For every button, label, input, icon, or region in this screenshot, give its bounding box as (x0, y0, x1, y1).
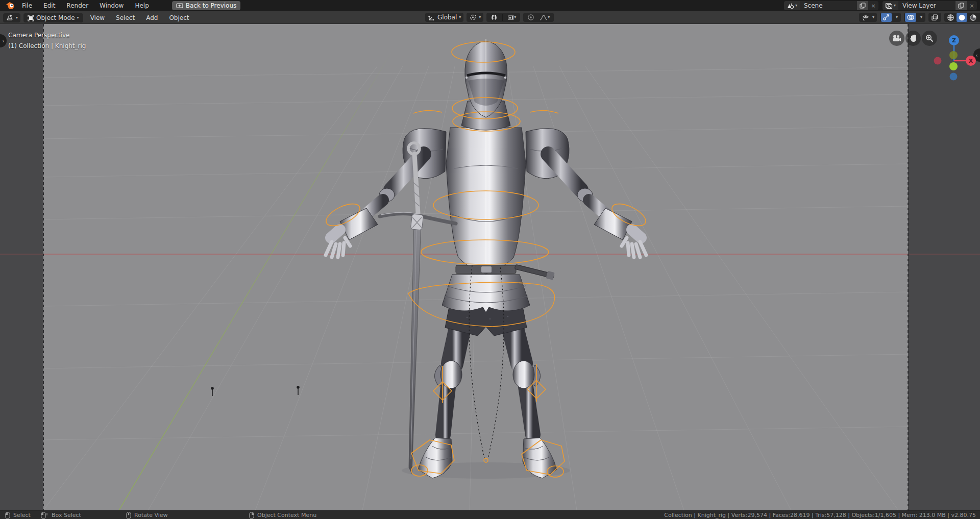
viewport-info-active-object: (1) Collection | Knight_rig (8, 42, 86, 50)
xray-toggle[interactable] (928, 13, 941, 22)
blender-logo (6, 2, 15, 10)
scene-name[interactable]: Scene (800, 2, 857, 9)
scene-viewlayer-selectors: ▾ Scene × (784, 1, 977, 10)
menu-add[interactable]: Add (142, 13, 162, 23)
shading-solid-button[interactable] (957, 13, 967, 22)
scene-browse-button[interactable]: ▾ (784, 1, 800, 10)
gizmo-z-label: Z (952, 37, 956, 44)
chevron-down-icon: ▾ (459, 15, 461, 19)
mouse-middle-icon (126, 512, 131, 519)
shading-group: ▾ (944, 13, 980, 22)
pivot-point-selector[interactable]: ▾ (467, 13, 483, 22)
menu-view[interactable]: View (86, 13, 109, 23)
proportional-edit-toggle[interactable] (526, 13, 536, 22)
editor-type-icon (6, 14, 14, 21)
snap-target-icon (507, 14, 514, 21)
gizmo-neg-y-ball[interactable] (949, 62, 958, 70)
topbar: File Edit Render Window Help Back to Pre… (0, 0, 980, 11)
hint-rotate-view-label: Rotate View (134, 512, 168, 518)
gizmo-neg-z-ball[interactable] (950, 73, 958, 81)
mouse-left-drag-icon (41, 512, 48, 519)
unlink-scene-button[interactable]: × (868, 1, 878, 10)
orientation-global-icon (428, 14, 435, 21)
visibility-eye-icon (862, 14, 870, 21)
menu-render[interactable]: Render (61, 0, 94, 11)
falloff-curve-icon (540, 14, 548, 21)
hint-object-context-menu: Object Context Menu (249, 511, 316, 519)
hint-select-label: Select (13, 512, 31, 518)
new-scene-button[interactable] (857, 1, 868, 10)
falloff-selector[interactable]: ▾ (538, 13, 551, 22)
viewport-3d[interactable]: Camera Perspective (1) Collection | Knig… (0, 24, 980, 510)
gizmo-group: ▾ (880, 13, 901, 22)
menu-window[interactable]: Window (94, 0, 129, 11)
menu-select[interactable]: Select (112, 13, 139, 23)
menu-help[interactable]: Help (129, 0, 154, 11)
remove-view-layer-button[interactable]: × (967, 1, 977, 10)
snap-magnet-icon (491, 14, 498, 21)
chevron-down-icon: ▾ (479, 15, 481, 19)
statusbar: Select Box Select Rotate View Object Con… (0, 510, 980, 519)
snap-target-selector[interactable]: ▾ (506, 13, 518, 22)
viewport-header-right: ▾ ▾ ▾ (859, 13, 980, 22)
hint-box-select: Box Select (41, 511, 81, 519)
overlays-toggle[interactable] (905, 13, 916, 22)
divider (502, 14, 503, 21)
hint-rotate-view: Rotate View (126, 511, 168, 519)
editor-type-button[interactable]: ▾ (3, 13, 20, 22)
viewport-canvas[interactable] (0, 24, 980, 510)
snap-toggle-button[interactable] (489, 13, 499, 22)
chevron-down-icon[interactable]: ▾ (918, 15, 924, 19)
pan-view-button[interactable] (905, 31, 921, 46)
transform-orientation-selector[interactable]: Global ▾ (425, 13, 463, 22)
chevron-down-icon: ▾ (77, 16, 79, 20)
shading-material-icon (969, 14, 977, 21)
viewport-header-center: Global ▾ ▾ (425, 13, 554, 22)
gizmo-x-label: X (969, 58, 973, 64)
zoom-icon (925, 34, 934, 42)
gizmos-toggle[interactable] (881, 13, 892, 22)
axis-navigation-gizmo[interactable]: Z X (933, 32, 977, 89)
mode-selector[interactable]: Object Mode ▾ (23, 13, 83, 22)
gizmo-toggle-icon (883, 14, 890, 21)
back-to-previous-button[interactable]: Back to Previous (172, 1, 241, 10)
camera-view-button[interactable] (889, 31, 904, 46)
scene-icon (787, 3, 794, 9)
back-to-previous-label: Back to Previous (186, 2, 237, 9)
xray-toggle-icon (931, 14, 939, 21)
menu-object[interactable]: Object (165, 13, 193, 23)
gizmo-y-ball[interactable] (949, 51, 958, 59)
gizmo-neg-x-ball[interactable] (934, 57, 942, 65)
orientation-label: Global (437, 14, 457, 21)
blender-logo-icon[interactable] (4, 1, 16, 10)
shading-material-button[interactable] (968, 13, 978, 22)
viewport-header: ▾ Object Mode ▾ View Select Add Object (0, 11, 980, 24)
copy-new-icon (860, 3, 866, 9)
scene-selector: ▾ Scene × (784, 1, 878, 10)
new-view-layer-button[interactable] (955, 1, 967, 10)
shading-wireframe-icon (947, 14, 954, 21)
pan-hand-icon (910, 34, 917, 42)
copy-new-icon (958, 3, 964, 9)
chevron-down-icon[interactable]: ▾ (894, 15, 900, 19)
blender-window: File Edit Render Window Help Back to Pre… (0, 0, 980, 519)
chevron-down-icon: ▾ (16, 16, 18, 20)
menu-edit[interactable]: Edit (38, 0, 61, 11)
shading-wireframe-button[interactable] (945, 13, 956, 22)
shading-solid-icon (958, 14, 966, 21)
menu-file[interactable]: File (16, 0, 38, 11)
mode-label: Object Mode (36, 14, 75, 21)
hint-object-context-menu-label: Object Context Menu (257, 512, 316, 518)
hint-select: Select (5, 511, 31, 519)
visibility-group[interactable]: ▾ (859, 13, 877, 22)
belt-buckle (481, 266, 492, 273)
chevron-down-icon: ▾ (894, 4, 896, 8)
mouse-right-icon (249, 512, 254, 519)
pivot-point-icon (469, 14, 477, 21)
back-monitor-icon (176, 3, 183, 9)
chevron-down-icon: ▾ (514, 15, 516, 19)
camera-view-icon (892, 35, 901, 42)
view-layer-browse-button[interactable]: ▾ (883, 1, 898, 10)
view-layer-name[interactable]: View Layer (898, 2, 955, 9)
proportional-edit-icon (527, 14, 534, 21)
